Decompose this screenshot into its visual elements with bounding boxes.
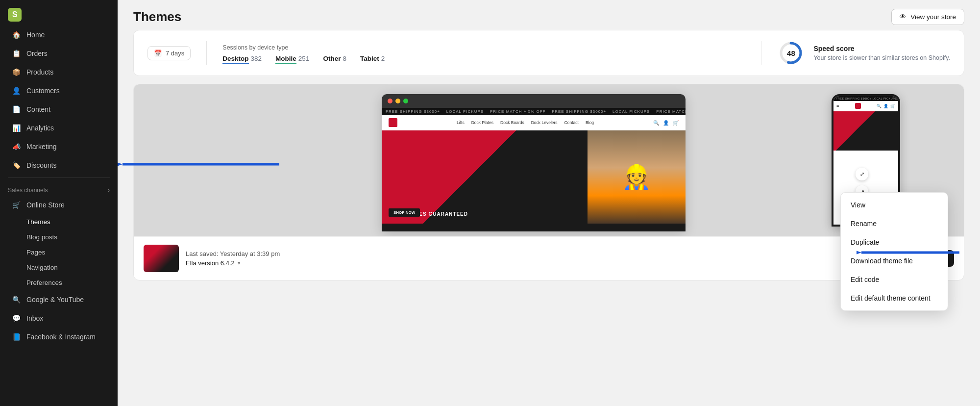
store-nav: Lifts Dock Plates Dock Boards Dock Level… <box>382 115 686 130</box>
sidebar-item-label: Content <box>26 105 50 113</box>
eye-icon: 👁 <box>900 13 906 21</box>
metric-other: Other 8 <box>323 55 346 62</box>
sidebar-item-inbox[interactable]: 💬 Inbox <box>4 309 114 327</box>
dropdown-item-duplicate[interactable]: Duplicate <box>841 233 948 252</box>
sidebar-item-label: Discounts <box>26 161 56 169</box>
orders-icon: 📋 <box>12 49 21 58</box>
theme-footer: Last saved: Yesterday at 3:39 pm Ella ve… <box>134 236 964 280</box>
zoom-icon: ⤢ <box>856 168 868 180</box>
expand-icon[interactable]: › <box>108 187 110 194</box>
metric-mobile: Mobile 251 <box>275 55 309 62</box>
theme-info: Last saved: Yesterday at 3:39 pm Ella ve… <box>144 245 877 272</box>
dropdown-item-edit-default-content[interactable]: Edit default theme content <box>841 289 948 307</box>
sidebar-item-label: Marketing <box>26 143 56 151</box>
marketing-icon: 📣 <box>12 142 21 151</box>
sidebar: S 🏠 Home 📋 Orders 📦 Products 👤 Customers… <box>0 0 118 406</box>
speed-title: Speed score <box>813 45 950 52</box>
speed-section: 48 Speed score Your store is slower than… <box>777 39 950 67</box>
browser-content: FREE SHIPPING $3000+ LOCAL PICKUPS PRICE… <box>382 108 686 231</box>
store-nav-icons: 🔍 👤 🛒 <box>653 120 679 126</box>
view-store-button[interactable]: 👁 View your store <box>891 9 964 25</box>
chevron-down-icon: ▾ <box>238 260 241 266</box>
main-content: Themes 👁 View your store 📅 7 days Sessio… <box>118 0 980 406</box>
sidebar-item-online-store[interactable]: 🛒 Online Store <box>4 196 114 214</box>
mobile-hero <box>833 111 898 151</box>
sidebar-item-label: Online Store <box>26 201 65 209</box>
sidebar-item-label: Home <box>26 31 45 39</box>
theme-card: FREE SHIPPING $3000+ LOCAL PICKUPS PRICE… <box>133 84 964 280</box>
browser-mockup: FREE SHIPPING $3000+ LOCAL PICKUPS PRICE… <box>382 94 686 231</box>
sidebar-item-label: Customers <box>26 87 60 95</box>
theme-thumbnail <box>144 245 179 272</box>
metric-tablet: Tablet 2 <box>360 55 385 62</box>
stats-divider <box>206 41 207 65</box>
sessions-section: Sessions by device type Desktop 382 Mobi… <box>222 44 745 62</box>
mobile-nav: ≡ 🔍 👤 🛒 <box>833 101 898 111</box>
dropdown-item-rename[interactable]: Rename <box>841 214 948 233</box>
sidebar-item-content[interactable]: 📄 Content <box>4 101 114 118</box>
sidebar-item-themes[interactable]: Themes <box>4 215 114 229</box>
sidebar-item-label: Themes <box>26 218 50 226</box>
sidebar-item-preferences[interactable]: Preferences <box>4 276 114 290</box>
dropdown-item-view[interactable]: View <box>841 196 948 214</box>
discounts-icon: 🏷️ <box>12 161 21 170</box>
sessions-metrics: Desktop 382 Mobile 251 Other 8 Tablet 2 <box>222 55 745 62</box>
stats-divider-2 <box>761 41 761 65</box>
speed-circle: 48 <box>777 39 805 67</box>
sidebar-item-google-youtube[interactable]: 🔍 Google & YouTube <box>4 291 114 308</box>
theme-version: Ella version 6.4.2 <box>186 259 235 267</box>
speed-value: 48 <box>787 49 795 57</box>
sidebar-item-products[interactable]: 📦 Products <box>4 63 114 81</box>
sidebar-item-analytics[interactable]: 📊 Analytics <box>4 119 114 137</box>
speed-info: Speed score Your store is slower than si… <box>813 45 950 61</box>
sidebar-item-facebook-instagram[interactable]: 📘 Facebook & Instagram <box>4 328 114 346</box>
worker-image: 👷 <box>588 130 686 224</box>
theme-saved-time: Last saved: Yesterday at 3:39 pm <box>186 250 280 257</box>
sidebar-item-label: Navigation <box>26 264 58 271</box>
sidebar-item-label: Blog posts <box>26 233 57 241</box>
analytics-icon: 📊 <box>12 124 21 132</box>
home-icon: 🏠 <box>12 30 21 39</box>
sidebar-logo: S <box>0 0 118 25</box>
sidebar-item-label: Google & YouTube <box>26 296 84 304</box>
sidebar-item-blog-posts[interactable]: Blog posts <box>4 230 114 244</box>
sidebar-item-discounts[interactable]: 🏷️ Discounts <box>4 156 114 174</box>
top-bar: Themes 👁 View your store <box>118 0 980 30</box>
sidebar-item-label: Preferences <box>26 279 62 286</box>
ticker-bar: FREE SHIPPING $3000+ LOCAL PICKUPS PRICE… <box>382 108 686 115</box>
calendar-icon: 📅 <box>154 50 162 57</box>
date-picker[interactable]: 📅 7 days <box>147 46 191 60</box>
sidebar-item-customers[interactable]: 👤 Customers <box>4 82 114 100</box>
page-title: Themes <box>133 9 181 25</box>
shop-now-btn: SHOP NOW <box>389 208 420 217</box>
google-icon: 🔍 <box>12 295 21 304</box>
sidebar-item-label: Analytics <box>26 124 54 132</box>
dropdown-menu: View Rename Duplicate Download theme fil… <box>840 192 948 311</box>
sessions-label: Sessions by device type <box>222 44 745 51</box>
theme-meta: Last saved: Yesterday at 3:39 pm Ella ve… <box>186 250 280 267</box>
sidebar-item-navigation[interactable]: Navigation <box>4 260 114 275</box>
sidebar-item-orders[interactable]: 📋 Orders <box>4 45 114 62</box>
sidebar-item-label: Facebook & Instagram <box>26 333 96 341</box>
dropdown-item-edit-code[interactable]: Edit code <box>841 270 948 289</box>
content-icon: 📄 <box>12 105 21 114</box>
shopify-logo-icon: S <box>8 8 22 22</box>
browser-minimize-dot <box>395 99 400 103</box>
sidebar-item-label: Pages <box>26 249 45 256</box>
sidebar-item-home[interactable]: 🏠 Home <box>4 26 114 44</box>
speed-description: Your store is slower than similar stores… <box>813 54 950 61</box>
store-icon: 🛒 <box>12 201 21 209</box>
theme-version-row: Ella version 6.4.2 ▾ <box>186 259 280 267</box>
stats-card: 📅 7 days Sessions by device type Desktop… <box>133 30 964 76</box>
browser-top-bar <box>382 94 686 108</box>
products-icon: 📦 <box>12 68 21 76</box>
dropdown-item-download[interactable]: Download theme file <box>841 252 948 270</box>
customers-icon: 👤 <box>12 86 21 95</box>
sales-channels-section: Sales channels › <box>0 181 118 196</box>
store-hero: BEST PRICES GUARANTEED SHOP NOW 👷 <box>382 130 686 224</box>
sidebar-item-pages[interactable]: Pages <box>4 245 114 259</box>
sidebar-item-label: Inbox <box>26 314 43 322</box>
facebook-icon: 📘 <box>12 332 21 341</box>
metric-desktop: Desktop 382 <box>222 55 262 62</box>
sidebar-item-marketing[interactable]: 📣 Marketing <box>4 138 114 155</box>
